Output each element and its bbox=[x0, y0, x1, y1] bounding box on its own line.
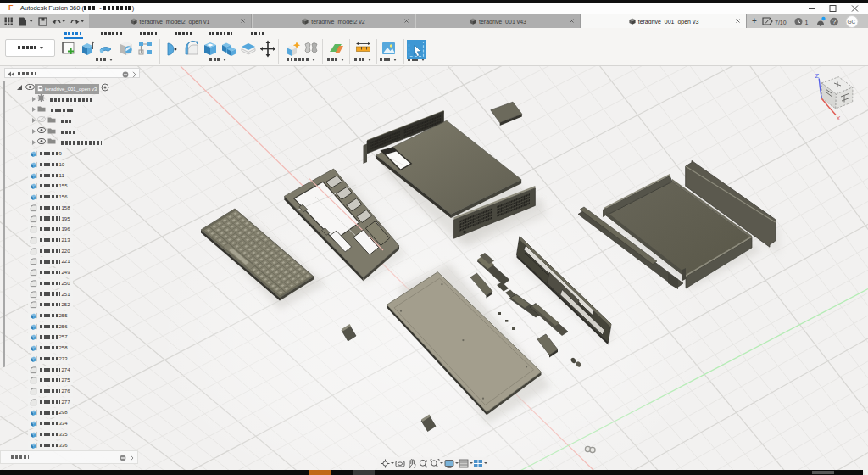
svg-text:X: X bbox=[837, 115, 841, 122]
svg-text:1: 1 bbox=[805, 20, 809, 25]
svg-text:Z: Z bbox=[815, 72, 820, 80]
svg-text:GC: GC bbox=[848, 19, 856, 25]
svg-text:7/10: 7/10 bbox=[775, 20, 787, 25]
svg-text:?: ? bbox=[832, 18, 836, 25]
